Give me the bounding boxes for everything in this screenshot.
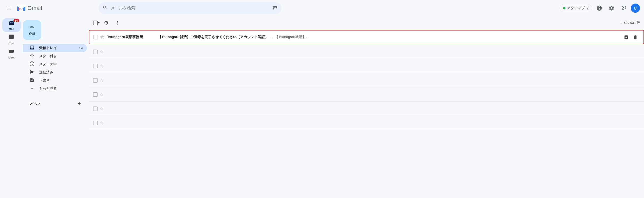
- snoozed-label: スヌーズ中: [39, 62, 83, 67]
- inbox-icon: [29, 45, 35, 51]
- status-label: アクティブ: [567, 6, 585, 10]
- inbox-count: 14: [79, 46, 83, 50]
- snoozed-icon: [29, 61, 35, 68]
- email-checkbox[interactable]: [93, 64, 98, 68]
- sidebar-item-chat[interactable]: Chat: [2, 33, 21, 46]
- sent-label: 送信済み: [39, 70, 83, 75]
- avatar[interactable]: U: [631, 4, 640, 13]
- email-checkbox[interactable]: [93, 121, 98, 125]
- nav-item-snoozed[interactable]: スヌーズ中: [23, 60, 87, 68]
- search-bar: [99, 2, 281, 14]
- nav-item-more[interactable]: もっと見る: [23, 85, 87, 93]
- gmail-text: Gmail: [27, 5, 42, 11]
- nav-item-sent[interactable]: 送信済み: [23, 68, 87, 77]
- add-label-icon: +: [78, 101, 81, 106]
- more-icon: [29, 86, 35, 92]
- email-star[interactable]: ☆: [100, 63, 104, 69]
- mail-badge: 14: [13, 19, 19, 22]
- sidebar-item-meet[interactable]: Meet: [2, 47, 21, 60]
- email-preview: － 【Tsunagaru就活】…: [271, 35, 309, 39]
- sidebar-nav: 14 Mail Chat: [0, 18, 23, 60]
- delete-button[interactable]: [631, 33, 639, 41]
- labels-section: ラベル +: [23, 97, 89, 108]
- status-badge[interactable]: アクティブ ∨: [560, 4, 592, 12]
- email-row[interactable]: ☆: [89, 87, 644, 102]
- email-row[interactable]: ☆: [89, 73, 644, 87]
- email-star[interactable]: ☆: [100, 120, 104, 126]
- status-dot: [563, 7, 566, 9]
- email-star[interactable]: ☆: [100, 78, 104, 83]
- sidebar-item-chat-label: Chat: [8, 42, 14, 45]
- more-label: もっと見る: [39, 86, 83, 91]
- select-all-container: ▾: [93, 21, 100, 25]
- inbox-label: 受信トレイ: [39, 46, 75, 50]
- sidebar-item-meet-label: Meet: [8, 56, 14, 59]
- header-right: アクティブ ∨ U: [560, 3, 640, 13]
- drafts-icon: [29, 78, 35, 84]
- add-label-button[interactable]: +: [76, 100, 83, 107]
- refresh-button[interactable]: [102, 18, 111, 27]
- hamburger-menu-button[interactable]: [4, 4, 13, 13]
- email-star[interactable]: ☆: [100, 92, 104, 97]
- email-checkbox[interactable]: [93, 92, 98, 97]
- select-all-checkbox[interactable]: [93, 21, 98, 25]
- compose-icon: ✏: [30, 24, 34, 31]
- email-star[interactable]: ☆: [100, 34, 104, 40]
- svg-text:M: M: [18, 7, 21, 11]
- nav-panel: ✏ 作成 受信トレイ 14 スター付き: [23, 16, 89, 198]
- labels-title: ラベル: [29, 101, 40, 106]
- main-content: 14 Mail Chat: [0, 16, 644, 198]
- email-subject: 【Tsunagaru就活】ご登録を完了させてください（アカウント認証）: [158, 35, 269, 39]
- compose-button[interactable]: ✏ 作成: [23, 20, 41, 40]
- drafts-label: 下書き: [39, 78, 83, 83]
- nav-item-starred[interactable]: スター付き: [23, 52, 87, 60]
- search-icon: [103, 5, 108, 11]
- email-star[interactable]: ☆: [100, 106, 104, 112]
- email-checkbox[interactable]: [93, 78, 98, 83]
- email-actions: [622, 33, 639, 41]
- starred-label: スター付き: [39, 54, 83, 58]
- email-toolbar: ▾ 1–50 / 931 行: [89, 16, 644, 29]
- chat-icon: [8, 34, 14, 41]
- pagination-info: 1–50 / 931 行: [620, 21, 640, 25]
- sent-icon: [29, 69, 35, 76]
- email-row[interactable]: ☆: [89, 59, 644, 73]
- search-options-icon[interactable]: [272, 5, 277, 11]
- icon-sidebar: 14 Mail Chat: [0, 16, 23, 198]
- email-checkbox[interactable]: [93, 35, 98, 39]
- email-row[interactable]: ☆: [89, 102, 644, 116]
- compose-label: 作成: [29, 32, 35, 36]
- email-subject-preview: 【Tsunagaru就活】ご登録を完了させてください（アカウント認証） － 【T…: [158, 35, 620, 39]
- more-options-button[interactable]: [113, 18, 122, 27]
- svg-point-4: [273, 8, 274, 9]
- status-chevron: ∨: [586, 6, 589, 10]
- archive-button[interactable]: [622, 33, 630, 41]
- header-left: M Gmail: [4, 4, 96, 13]
- sidebar-item-mail-label: Mail: [9, 27, 14, 31]
- settings-button[interactable]: [606, 3, 617, 13]
- email-row[interactable]: ☆: [89, 116, 644, 130]
- nav-items: 受信トレイ 14 スター付き スヌーズ中: [23, 44, 89, 93]
- sidebar-item-mail[interactable]: 14 Mail: [2, 18, 21, 32]
- email-star[interactable]: ☆: [100, 49, 104, 55]
- email-row[interactable]: ☆ Tsunagaru就活事務局 【Tsunagaru就活】ご登録を完了させてく…: [89, 30, 644, 44]
- search-input[interactable]: [111, 6, 269, 10]
- email-checkbox[interactable]: [93, 106, 98, 111]
- email-checkbox[interactable]: [93, 50, 98, 54]
- email-row[interactable]: ☆: [89, 45, 644, 59]
- nav-item-drafts[interactable]: 下書き: [23, 77, 87, 85]
- nav-item-inbox[interactable]: 受信トレイ 14: [23, 44, 87, 52]
- star-icon: [29, 53, 35, 59]
- svg-point-3: [276, 7, 277, 8]
- meet-icon: [8, 48, 14, 55]
- gmail-logo: M Gmail: [16, 4, 42, 12]
- apps-button[interactable]: [619, 3, 629, 13]
- help-button[interactable]: [594, 3, 604, 13]
- email-list-container: ▾ 1–50 / 931 行 ☆ Tsunagaru就活事務局: [89, 16, 644, 198]
- app-header: M Gmail アクティブ ∨: [0, 0, 644, 16]
- email-list: ☆ Tsunagaru就活事務局 【Tsunagaru就活】ご登録を完了させてく…: [89, 29, 644, 198]
- select-chevron[interactable]: ▾: [98, 21, 100, 25]
- email-sender: Tsunagaru就活事務局: [107, 35, 158, 39]
